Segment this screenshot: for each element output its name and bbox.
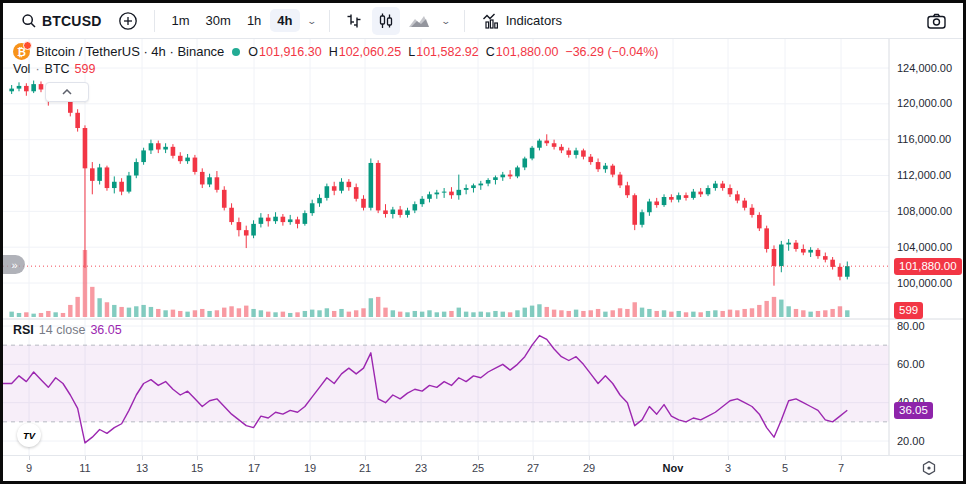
- rsi-axis-tick: 20.00: [897, 435, 925, 447]
- chevron-down-icon: ⌄: [306, 16, 317, 26]
- ohlc-pair: H102,060.25: [329, 45, 402, 59]
- bitcoin-logo: ₿: [13, 43, 30, 60]
- time-axis-label: 17: [248, 462, 260, 474]
- toolbar-divider: [329, 10, 330, 32]
- search-icon: [21, 13, 37, 29]
- price-axis[interactable]: 124,000.00120,000.00116,000.00112,000.00…: [890, 39, 963, 455]
- time-axis-label: 11: [79, 462, 90, 474]
- time-axis-label: 19: [304, 462, 316, 474]
- time-axis-label: 7: [838, 462, 844, 474]
- area-style-icon: [408, 11, 430, 31]
- ohlc-key: H: [329, 45, 338, 59]
- interval-button-1h[interactable]: 1h: [240, 9, 268, 32]
- ohlc-value: 102,060.25: [339, 45, 402, 59]
- price-axis-tick: 104,000.00: [897, 241, 952, 253]
- time-axis-label: 23: [415, 462, 427, 474]
- time-axis-label: 9: [26, 462, 32, 474]
- interval-button-4h[interactable]: 4h: [270, 9, 299, 32]
- ohlc-value: 101,880.00: [496, 45, 559, 59]
- bars-style-icon: [344, 11, 364, 31]
- price-axis-tick: 116,000.00: [897, 133, 951, 145]
- chevron-up-icon: [62, 89, 72, 95]
- object-tree-tab[interactable]: »: [3, 255, 25, 274]
- volume-unit: BTC: [45, 62, 70, 76]
- double-chevron-right-icon: »: [11, 259, 16, 271]
- ohlc-pair: C101,880.00: [486, 45, 559, 59]
- symbol-search-button[interactable]: BTCUSD: [15, 9, 108, 33]
- time-axis-label: 27: [527, 462, 539, 474]
- time-axis-label: 21: [359, 462, 371, 474]
- rsi-params: 14 close: [39, 323, 86, 337]
- symbol-title[interactable]: Bitcoin / TetherUS · 4h · Binance: [36, 44, 224, 59]
- ohlc-value: 101,916.30: [259, 45, 322, 59]
- rsi-value-badge: 36.05: [894, 402, 933, 419]
- market-status-dot[interactable]: [232, 48, 240, 56]
- symbol-label: BTCUSD: [42, 13, 102, 29]
- price-axis-tick: 100,000.00: [897, 277, 952, 289]
- rsi-axis-tick: 80.00: [897, 320, 925, 332]
- chevron-down-icon: ⌄: [441, 16, 452, 26]
- interval-button-30m[interactable]: 30m: [199, 9, 238, 32]
- tradingview-window: BTCUSD 1m30m1h4h ⌄ ⌄: [0, 0, 966, 484]
- ohlc-value: 101,582.92: [416, 45, 479, 59]
- interval-group: 1m30m1h4h: [165, 9, 300, 32]
- time-axis-tick-mark: [673, 456, 674, 460]
- compare-add-button[interactable]: [112, 7, 144, 35]
- last-price-badge: 101,880.00: [894, 258, 962, 275]
- axis-settings-gear-icon[interactable]: [921, 460, 937, 476]
- legend-expand-button[interactable]: [45, 82, 89, 102]
- volume-badge: 599: [894, 302, 923, 319]
- time-axis-label: 25: [472, 462, 484, 474]
- time-axis-tick-mark: [254, 456, 255, 460]
- interval-menu-chevron[interactable]: ⌄: [304, 12, 320, 30]
- camera-icon: [926, 12, 947, 30]
- ohlc-key: O: [248, 45, 258, 59]
- price-axis-tick: 112,000.00: [897, 169, 951, 181]
- style-menu-chevron[interactable]: ⌄: [438, 12, 454, 30]
- tradingview-logo[interactable]: TV: [17, 423, 41, 447]
- chart-style-candles-button[interactable]: [372, 7, 400, 35]
- volume-separator: ·: [35, 62, 39, 76]
- rsi-value: 36.05: [90, 323, 121, 337]
- ohlc-key: L: [408, 45, 415, 59]
- time-axis-tick-mark: [841, 456, 842, 460]
- time-axis-label: Nov: [663, 462, 684, 474]
- indicators-button[interactable]: Indicators: [475, 7, 568, 35]
- time-axis-tick-mark: [29, 456, 30, 460]
- indicators-icon: [481, 11, 501, 31]
- price-axis-tick: 120,000.00: [897, 97, 952, 109]
- time-axis-label: 5: [782, 462, 788, 474]
- time-axis-tick-mark: [365, 456, 366, 460]
- volume-legend: Vol · BTC 599: [13, 62, 95, 76]
- ohlc-values: O101,916.30H102,060.25L101,582.92C101,88…: [248, 45, 658, 59]
- rsi-legend: RSI 14 close 36.05: [13, 323, 122, 337]
- main-series-legend: ₿ Bitcoin / TetherUS · 4h · Binance O101…: [13, 43, 658, 60]
- chart-style-bars-button[interactable]: [340, 7, 368, 35]
- plus-circle-icon: [118, 11, 138, 31]
- ohlc-pair: L101,582.92: [408, 45, 479, 59]
- price-axis-tick: 108,000.00: [897, 205, 952, 217]
- rsi-label: RSI: [13, 323, 34, 337]
- time-axis-label: 29: [583, 462, 595, 474]
- time-axis-tick-mark: [533, 456, 534, 460]
- rsi-axis-tick: 60.00: [897, 358, 925, 370]
- time-axis-label: 13: [136, 462, 148, 474]
- chart-style-area-button[interactable]: [404, 7, 434, 35]
- screenshot-button[interactable]: [922, 8, 951, 34]
- indicators-label: Indicators: [506, 13, 562, 28]
- volume-value: 599: [75, 62, 96, 76]
- interval-button-1m[interactable]: 1m: [165, 9, 197, 32]
- time-axis-tick-mark: [728, 456, 729, 460]
- time-axis-tick-mark: [85, 456, 86, 460]
- time-axis-tick-mark: [785, 456, 786, 460]
- time-axis[interactable]: 911131517192123252729Nov357: [3, 455, 963, 481]
- time-axis-tick-mark: [142, 456, 143, 460]
- top-toolbar: BTCUSD 1m30m1h4h ⌄ ⌄: [3, 3, 963, 39]
- time-axis-label: 3: [725, 462, 731, 474]
- time-axis-tick-mark: [589, 456, 590, 460]
- ohlc-key: C: [486, 45, 495, 59]
- volume-label: Vol: [13, 62, 30, 76]
- time-axis-tick-mark: [197, 456, 198, 460]
- toolbar-divider: [154, 10, 155, 32]
- time-axis-tick-mark: [478, 456, 479, 460]
